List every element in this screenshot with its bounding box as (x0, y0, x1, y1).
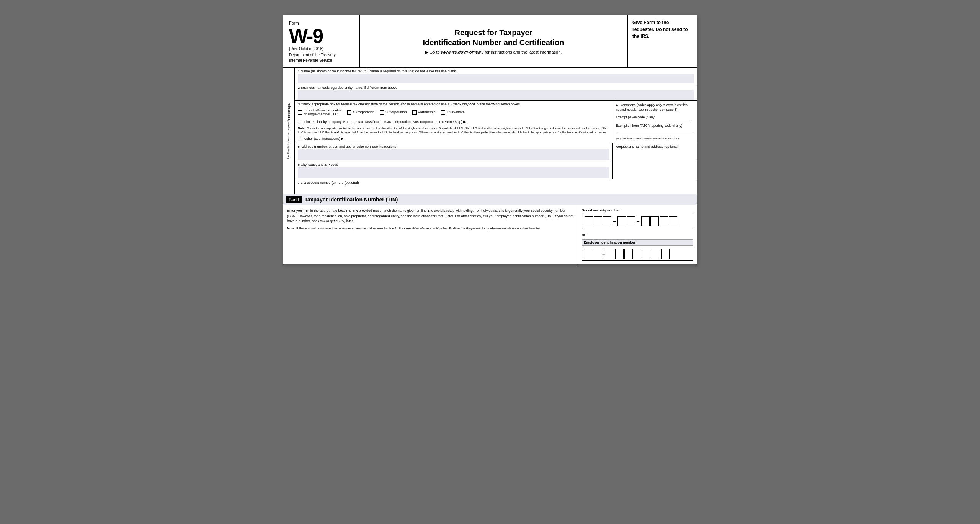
ssn-group-2 (617, 216, 635, 226)
checkbox-ccorp-box[interactable] (347, 110, 351, 115)
ein-label: Employer identification number (582, 239, 693, 246)
checkbox-ccorp[interactable]: C Corporation (347, 110, 374, 115)
header-title: Request for Taxpayer Identification Numb… (368, 28, 619, 47)
exempt-payee-input[interactable] (657, 115, 691, 120)
address-section: 5 Address (number, street, and apt. or s… (295, 143, 697, 161)
checkbox-scorp-box[interactable] (380, 110, 384, 115)
ein-cell[interactable] (661, 249, 670, 259)
ein-cell[interactable] (643, 249, 651, 259)
checkbox-partnership-box[interactable] (412, 110, 416, 115)
field-7-label: 7 List account number(s) here (optional) (298, 181, 694, 185)
ssn-cell[interactable] (641, 216, 650, 226)
form-dept: Department of the Treasury Internal Reve… (289, 52, 353, 63)
checkbox-trust-box[interactable] (441, 110, 445, 115)
section3-main: 3 Check appropriate box for federal tax … (295, 101, 612, 143)
ssn-dash-2: – (637, 218, 640, 224)
exempt-payee-row: Exempt payee code (if any) (616, 115, 694, 120)
checkbox-individual[interactable]: Individual/sole proprietor or single-mem… (298, 108, 342, 116)
other-input[interactable] (346, 136, 377, 141)
form-content: 1 Name (as shown on your income tax retu… (295, 68, 697, 194)
part1-title: Taxpayer Identification Number (TIN) (305, 196, 398, 203)
city-input[interactable] (298, 167, 609, 178)
form-header: Form W-9 (Rev. October 2018) Department … (283, 15, 697, 68)
sidebar: Print or type. See Specific Instructions… (283, 68, 295, 194)
header-right: Give Form to the requester. Do not send … (628, 15, 697, 67)
checkboxes-row: Individual/sole proprietor or single-mem… (298, 108, 609, 116)
address-right: Requester's name and address (optional) (612, 143, 697, 161)
ein-section: Employer identification number – (582, 239, 693, 261)
ssn-label: Social security number (582, 208, 693, 212)
ssn-container: – – (582, 214, 693, 229)
account-row: 7 List account number(s) here (optional) (295, 179, 697, 194)
ein-cell[interactable] (593, 249, 601, 259)
ein-boxes: – (582, 247, 693, 261)
checkbox-llc-box[interactable] (298, 120, 302, 124)
other-row: Other (see instructions) ▶ (298, 136, 609, 141)
checkbox-scorp[interactable]: S Corporation (380, 110, 407, 115)
address-left: 5 Address (number, street, and apt. or s… (295, 143, 612, 161)
part1-title-row: Part I Taxpayer Identification Number (T… (283, 194, 697, 205)
ssn-cell[interactable] (594, 216, 602, 226)
part1-body: Enter your TIN in the appropriate box. T… (283, 205, 697, 264)
field-6-label: 6 City, state, and ZIP code (298, 163, 609, 167)
sidebar-print-type: Print or type. (287, 103, 291, 120)
ssn-cell[interactable] (660, 216, 668, 226)
exemptions-title: 4 Exemptions (codes apply only to certai… (616, 103, 694, 112)
ssn-cell[interactable] (650, 216, 659, 226)
ein-cell[interactable] (624, 249, 633, 259)
header-goto: ▶ Go to www.irs.gov/FormW9 for instructi… (368, 50, 619, 55)
field-1-input[interactable] (298, 74, 694, 83)
ssn-dash-1: – (613, 218, 616, 224)
field-2-input[interactable] (298, 90, 694, 100)
ssn-cell[interactable] (603, 216, 611, 226)
field-5-label: 5 Address (number, street, and apt. or s… (298, 145, 609, 149)
ssn-section: Social security number – (582, 208, 693, 229)
checkbox-individual-box[interactable] (298, 110, 302, 115)
header-left: Form W-9 (Rev. October 2018) Department … (283, 15, 360, 67)
address-input[interactable] (298, 149, 609, 160)
form-number: W-9 (289, 26, 353, 46)
city-left: 6 City, state, and ZIP code (295, 161, 612, 179)
field-1-row: 1 Name (as shown on your income tax retu… (295, 68, 697, 84)
requester-input[interactable] (616, 149, 694, 159)
part1-description: Enter your TIN in the appropriate box. T… (287, 208, 574, 224)
part1-note: Note: If the account is in more than one… (287, 226, 574, 231)
sidebar-instructions: See Specific Instructions on page 3. (287, 120, 290, 159)
ein-cell[interactable] (606, 249, 614, 259)
ein-dash: – (602, 251, 605, 257)
form-rev: (Rev. October 2018) (289, 47, 353, 51)
ssn-cell[interactable] (669, 216, 677, 226)
field-5-address: 5 Address (number, street, and apt. or s… (295, 143, 612, 161)
ssn-cell[interactable] (585, 216, 593, 226)
part1-section: Part I Taxpayer Identification Number (T… (283, 194, 697, 264)
ein-cell[interactable] (615, 249, 624, 259)
header-center: Request for Taxpayer Identification Numb… (360, 15, 628, 67)
section3-container: 3 Check appropriate box for federal tax … (295, 101, 697, 143)
ein-group-1 (584, 249, 601, 259)
ein-cell[interactable] (652, 249, 660, 259)
ein-cell[interactable] (634, 249, 642, 259)
ein-cell[interactable] (584, 249, 592, 259)
llc-input[interactable] (468, 119, 499, 124)
ein-group-2 (606, 249, 670, 259)
w9-form: Form W-9 (Rev. October 2018) Department … (283, 15, 697, 264)
checkbox-trust[interactable]: Trust/estate (441, 110, 465, 115)
applies-note: (Applies to accounts maintained outside … (616, 137, 694, 140)
field-2-row: 2 Business name/disregarded entity name,… (295, 84, 697, 101)
fatca-input[interactable] (616, 129, 694, 134)
ssn-cell[interactable] (617, 216, 626, 226)
part1-right: Social security number – (578, 205, 697, 264)
field-1-label: 1 Name (as shown on your income tax retu… (298, 69, 694, 73)
part1-label: Part I (286, 196, 302, 203)
checkbox-other-box[interactable] (298, 137, 302, 141)
ssn-boxes: – – (585, 216, 690, 226)
part1-left: Enter your TIN in the appropriate box. T… (283, 205, 578, 264)
ssn-group-1 (585, 216, 611, 226)
checkbox-partnership[interactable]: Partnership (412, 110, 436, 115)
ssn-cell[interactable] (627, 216, 635, 226)
form-body: Print or type. See Specific Instructions… (283, 68, 697, 194)
ssn-group-3 (641, 216, 677, 226)
requester-field: Requester's name and address (optional) (612, 143, 697, 160)
account-input[interactable] (298, 185, 694, 193)
right-panel: 4 Exemptions (codes apply only to certai… (612, 101, 697, 143)
